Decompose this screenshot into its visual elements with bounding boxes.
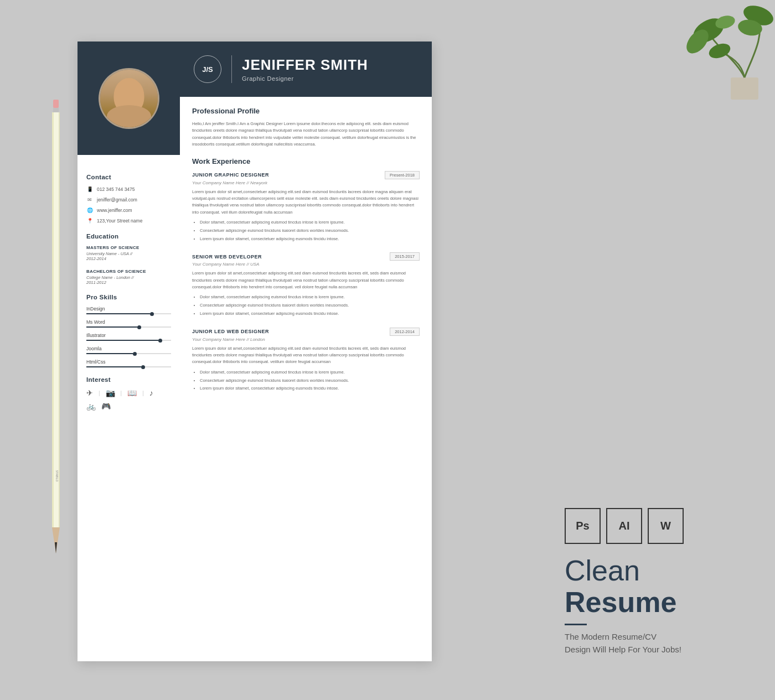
job-1-bullets: Dolor sitamet, consectetuer adipiscing e… [192,219,420,242]
bullet-item: Consectetuer adipiscinge euismod tincidu… [200,377,420,385]
contact-email: ✉ jeniffer@gmail.com [86,196,171,203]
job-1-date: Present-2018 [385,171,420,179]
resume-main: J/S JENIFFER SMITH Graphic Designer Prof… [180,42,432,661]
job-1-desc: Lorem ipsum dolor sit amet,consectetuer … [192,189,420,216]
skill-msword: Ms Word [86,319,171,328]
job-3-title: JUNIOR LED WEB DESIGNER [192,329,269,334]
monogram: J/S [194,55,221,83]
job-1-header: JUNIOR GRAPHIC DESIGNER Present-2018 [192,171,420,179]
brand-subtitle: The Modern Resume/CVDesign Will Help For… [565,631,742,656]
job-entry-1: JUNIOR GRAPHIC DESIGNER Present-2018 You… [192,171,420,243]
interest-music-icon: ♪ [149,388,153,397]
job-3-date: 2012-2014 [390,328,420,336]
skill-joomla: Joomla [86,346,171,354]
avatar [99,68,159,129]
header-divider [231,55,232,83]
contact-website: 🌐 www.jeniffer.com [86,207,171,214]
resume-header: J/S JENIFFER SMITH Graphic Designer [180,42,432,97]
svg-point-5 [707,41,732,61]
profile-heading: Professional Profile [192,107,420,115]
sidebar-header [78,42,180,155]
resume-body: Professional Profile Hello,I Am jeniffer… [180,97,432,661]
svg-rect-7 [53,100,59,108]
job-3-company: Your Company Name Here // London [192,337,420,342]
bullet-item: Consectetuer adipiscinge euismod tincidu… [200,227,420,235]
education-heading: Education [86,233,171,240]
plant-decoration [664,0,775,100]
skill-indesign: InDesign [86,306,171,314]
skill-illustrator: Illustrator [86,333,171,341]
candidate-title: Graphic Designer [242,75,368,82]
interest-divider-3: | [142,390,144,396]
interest-divider-1: | [99,390,100,396]
bullet-item: Consectetuer adipiscinge euismod tincidu… [200,302,420,309]
software-icons: Ps AI W [565,508,742,544]
interest-icons: ✈ | 📷 | 📖 | ♪ [86,388,171,397]
interest-divider-2: | [121,390,122,396]
contact-heading: Contact [86,174,171,180]
job-2-title: SENIOR WEB DEVELOPER [192,254,262,260]
job-2-header: SENIOR WEB DEVELOPER 2015-2017 [192,252,420,261]
interest-game-icon: 🎮 [101,402,111,411]
job-3-desc: Lorem ipsum dolor sit amet,consectetuer … [192,345,420,366]
interest-heading: Interest [86,376,171,383]
pencil-decoration: STABILO [51,100,61,553]
job-2-desc: Lorem ipsum dolor sit amet,consectetuer … [192,270,420,291]
header-text: JENIFFER SMITH Graphic Designer [242,56,368,82]
job-2-bullets: Dolor sitamet, consectetuer adipiscing e… [192,294,420,317]
bullet-item: Lorem ipsum dolor sitamet, consectetuer … [200,310,420,318]
job-entry-3: JUNIOR LED WEB DESIGNER 2012-2014 Your C… [192,328,420,392]
skill-htmlcss: Html/Css [86,359,171,367]
sidebar-content: Contact 📱 012 345 744 3475 ✉ jeniffer@gm… [78,155,180,421]
illustrator-icon: AI [606,508,642,544]
avatar-image [100,70,158,127]
phone-icon: 📱 [86,186,93,193]
resume-sidebar: Contact 📱 012 345 744 3475 ✉ jeniffer@gm… [78,42,180,661]
resume-card: Contact 📱 012 345 744 3475 ✉ jeniffer@gm… [78,42,432,661]
bullet-item: Lorem ipsum dolor sitamet, consectetuer … [200,236,420,243]
bullet-item: Dolor sitamet, consectetuer adipiscing e… [200,219,420,226]
bullet-item: Dolor sitamet, consectetuer adipiscing e… [200,294,420,301]
svg-rect-10 [52,112,54,527]
candidate-name: JENIFFER SMITH [242,56,368,74]
interest-icons-row2: 🚲 🎮 [86,402,171,411]
svg-rect-8 [53,108,59,112]
photoshop-icon: Ps [565,508,601,544]
branding-section: Ps AI W Clean Resume The Modern Resume/C… [565,508,742,656]
education-entry-2: BACHELORS OF SCIENCE College Name - Lond… [86,269,171,285]
job-1-company: Your Company Name Here // Newyork [192,180,420,185]
brand-title: Clean Resume [565,555,742,618]
contact-address: 📍 123,Your Street name [86,217,171,224]
interest-bike-icon: 🚲 [86,402,96,411]
bullet-item: Dolor sitamet, consectetuer adipiscing e… [200,369,420,376]
web-icon: 🌐 [86,207,93,214]
job-2-date: 2015-2017 [390,252,420,261]
word-icon: W [648,508,684,544]
svg-text:STABILO: STABILO [55,470,59,482]
contact-phone: 📱 012 345 744 3475 [86,186,171,193]
job-entry-2: SENIOR WEB DEVELOPER 2015-2017 Your Comp… [192,252,420,317]
email-icon: ✉ [86,196,93,203]
job-2-company: Your Company Name Here // USA [192,262,420,267]
education-entry-1: MASTERS OF SCIENCE University Name - USA… [86,245,171,261]
job-1-title: JUNIOR GRAPHIC DESIGNER [192,172,269,178]
brand-divider [565,624,587,625]
job-3-header: JUNIOR LED WEB DESIGNER 2012-2014 [192,328,420,336]
interest-camera-icon: 📷 [106,388,115,397]
location-icon: 📍 [86,217,93,224]
interest-book-icon: 📖 [127,388,137,397]
interest-plane-icon: ✈ [86,388,93,397]
bullet-item: Lorem ipsum dolor sitamet, consectetuer … [200,385,420,392]
svg-rect-11 [59,112,60,527]
job-3-bullets: Dolor sitamet, consectetuer adipiscing e… [192,369,420,392]
skills-heading: Pro Skills [86,294,171,300]
work-heading: Work Experience [192,157,420,165]
profile-text: Hello,I Am jeniffer Smith.I Am a Graphic… [192,121,420,148]
svg-rect-0 [731,77,758,100]
